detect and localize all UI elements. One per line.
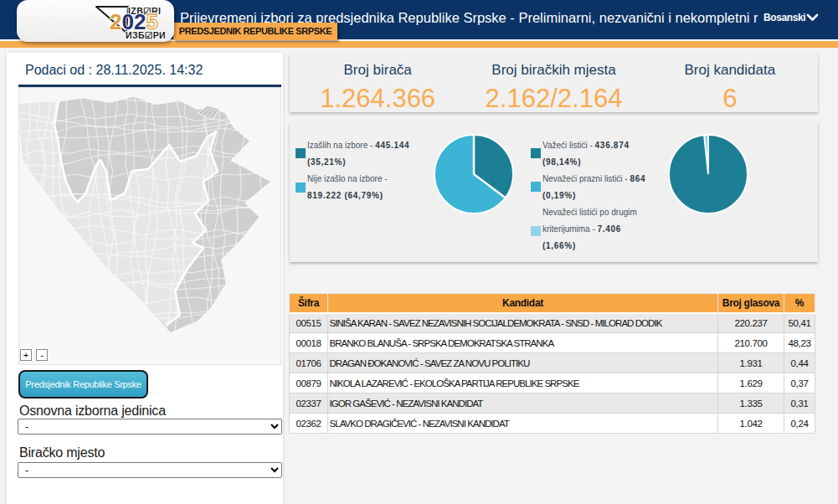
svg-text:ИЗБ☑РИ: ИЗБ☑РИ: [126, 30, 166, 40]
svg-text:2: 2: [110, 9, 121, 34]
